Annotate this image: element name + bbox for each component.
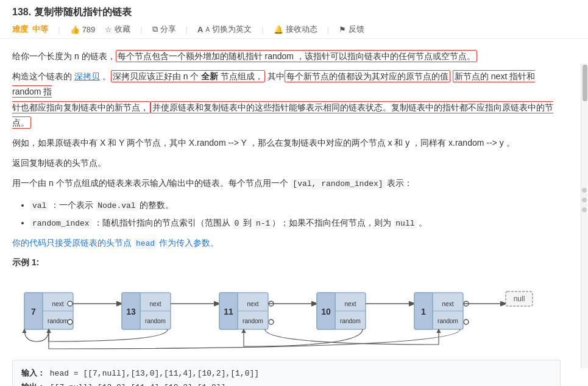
like-button[interactable]: 👍 789 [70, 25, 96, 34]
problem-represent: 用一个由 n 个节点组成的链表来表示输入/输出中的链表。每个节点用一个 [val… [12, 176, 561, 191]
svg-point-28 [464, 320, 469, 324]
problem-intro: 给你一个长度为 n 的链表，每个节点包含一个额外增加的随机指针 random ，… [12, 49, 561, 64]
collect-button[interactable]: ☆ 收藏 [105, 24, 130, 35]
output-line: 输出： [[7,null],[13,0],[11,4],[10,2],[1,0]… [21, 381, 551, 386]
svg-text:7: 7 [31, 307, 36, 316]
star-icon: ☆ [105, 25, 112, 34]
difficulty-label: 难度 中等 [12, 24, 48, 35]
output-value: [[7,null],[13,0],[11,4],[10,2],[1,0]] [50, 383, 226, 386]
thumb-up-icon: 👍 [70, 25, 80, 34]
diagram-container: 7 next random [18, 281, 554, 348]
problem-return: 返回复制链表的头节点。 [12, 155, 561, 171]
svg-text:next: next [442, 301, 454, 307]
svg-text:random: random [48, 318, 68, 324]
share-icon: ⧉ [152, 24, 158, 34]
io-box: 输入： head = [[7,null],[13,0],[11,4],[10,2… [12, 360, 561, 386]
svg-text:next: next [52, 301, 64, 307]
scrollbar[interactable] [581, 63, 588, 368]
svg-text:random: random [145, 318, 166, 324]
svg-point-8 [68, 320, 73, 324]
problem-note: 你的代码只接受原链表的头节点 head 作为传入参数。 [12, 238, 561, 249]
flag-icon: ⚑ [339, 25, 346, 34]
share-button[interactable]: ⧉ 分享 [152, 24, 176, 35]
svg-text:null: null [514, 295, 525, 303]
svg-text:10: 10 [321, 307, 331, 316]
bell-icon: 🔔 [274, 25, 283, 34]
deep-copy-link[interactable]: 深拷贝 [74, 71, 100, 81]
input-label: 输入： [21, 369, 45, 378]
output-label: 输出： [21, 383, 45, 386]
problem-construct: 构造这个链表的 深拷贝 。深拷贝应该正好由 n 个 全新 节点组成， 其中每个新… [12, 69, 561, 130]
svg-text:13: 13 [126, 307, 136, 316]
scroll-dot [582, 207, 587, 212]
subscribe-button[interactable]: 🔔 接收动态 [274, 24, 317, 35]
svg-text:random: random [243, 318, 263, 324]
svg-text:11: 11 [224, 307, 233, 316]
svg-text:next: next [345, 301, 356, 307]
like-count: 789 [82, 25, 96, 34]
svg-text:random: random [437, 318, 458, 324]
svg-text:random: random [340, 318, 361, 324]
example1-title: 示例 1: [12, 257, 561, 268]
scroll-dot [582, 198, 587, 202]
svg-point-7 [68, 301, 73, 306]
page-title: 138. 复制带随机指针的链表 [12, 6, 576, 19]
scroll-dot [582, 188, 587, 193]
difficulty-value: 中等 [32, 24, 48, 34]
input-value: head = [[7,null],[13,0],[11,4],[10,2],[1… [50, 369, 259, 378]
problem-example-sentence: 例如，如果原链表中有 X 和 Y 两个节点，其中 X.random --> Y … [12, 135, 561, 151]
svg-text:next: next [247, 301, 259, 307]
bullet-list: val ：一个表示 Node.val 的整数。 random_index ：随机… [30, 196, 561, 232]
bullet-val: val ：一个表示 Node.val 的整数。 [30, 196, 561, 214]
bullet-random: random_index ：随机指针指向的节点索引（范围从 0 到 n-1）；如… [30, 214, 561, 232]
input-line: 输入： head = [[7,null],[13,0],[11,4],[10,2… [21, 366, 551, 381]
switch-lang-button[interactable]: AA 切换为英文 [197, 24, 252, 35]
feedback-button[interactable]: ⚑ 反馈 [339, 24, 364, 35]
font-icon: A [197, 25, 203, 34]
meta-bar: 难度 中等 | 👍 789 ☆ 收藏 | ⧉ 分享 | AA 切换为英文 | [12, 24, 576, 35]
scrollbar-thumb[interactable] [583, 65, 587, 101]
svg-text:1: 1 [421, 307, 426, 316]
svg-text:next: next [150, 301, 161, 307]
svg-point-18 [269, 320, 274, 324]
